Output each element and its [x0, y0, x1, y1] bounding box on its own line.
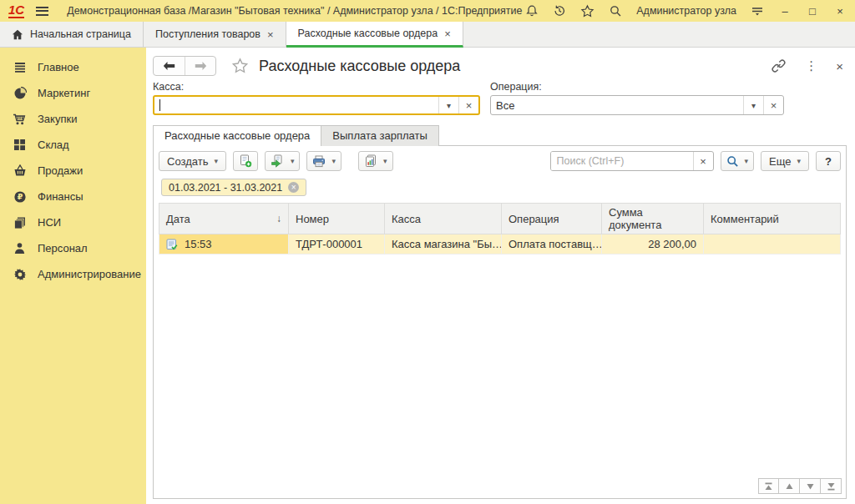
sidebar-item-prodazhi[interactable]: Продажи — [0, 158, 146, 184]
close-window-button[interactable]: × — [833, 6, 847, 17]
chevron-down-icon: ▾ — [331, 157, 336, 165]
sidebar-item-glavnoe[interactable]: Главное — [0, 54, 146, 80]
create-button[interactable]: Создать▾ — [159, 151, 226, 171]
sidebar-item-zakupki[interactable]: Закупки — [0, 106, 146, 132]
column-header-comment[interactable]: Комментарий — [704, 204, 841, 234]
forward-button[interactable] — [185, 57, 215, 75]
clear-operation-icon[interactable]: × — [763, 96, 783, 114]
scroll-down-button[interactable] — [800, 478, 821, 494]
menu-lines-icon — [13, 60, 27, 74]
open-windows-tabbar: Начальная страница Поступления товаров ×… — [0, 22, 855, 48]
cell-kassa[interactable]: Касса магазина "Бы… — [385, 234, 502, 255]
chevron-down-icon: ▾ — [745, 157, 749, 165]
kassa-input[interactable] — [154, 97, 438, 113]
pie-chart-icon — [13, 86, 27, 100]
notifications-bell-icon[interactable] — [525, 4, 539, 18]
column-header-number[interactable]: Номер — [289, 204, 385, 234]
subtab-vyplata-zarplaty[interactable]: Выплата зарплаты — [321, 125, 439, 146]
service-menu-icon[interactable] — [751, 5, 764, 17]
sidebar-item-finansy[interactable]: ₽ Финансы — [0, 184, 146, 209]
cell-amount[interactable]: 28 200,00 — [602, 234, 704, 255]
posted-document-icon — [166, 239, 178, 250]
history-icon[interactable] — [553, 4, 566, 18]
global-search-icon[interactable] — [609, 4, 622, 18]
chevron-down-icon: ▾ — [291, 157, 295, 165]
get-link-icon[interactable] — [771, 58, 787, 73]
scroll-up-button[interactable] — [779, 478, 800, 494]
search-input[interactable] — [551, 152, 693, 170]
column-header-operation[interactable]: Операция — [502, 204, 602, 234]
basket-icon — [13, 164, 27, 178]
close-page-button[interactable]: × — [836, 59, 843, 73]
more-button[interactable]: Еще▾ — [761, 151, 809, 171]
list-toolbar: Создать▾ ▾ ▾ — [159, 151, 841, 171]
tab-postupleniya-tovarov[interactable]: Поступления товаров × — [144, 22, 286, 47]
sidebar-item-personal[interactable]: Персонал — [0, 235, 146, 261]
cell-number[interactable]: ТДРТ-000001 — [289, 234, 385, 255]
svg-text:₽: ₽ — [17, 192, 23, 201]
scroll-last-button[interactable] — [821, 478, 842, 494]
person-icon — [13, 241, 27, 255]
chevron-down-icon: ▾ — [383, 157, 387, 165]
list-subtabs: Расходные кассовые ордера Выплата зарпла… — [153, 125, 847, 145]
sidebar-item-nsi[interactable]: НСИ — [0, 209, 146, 235]
post-document-button[interactable]: ▾ — [265, 151, 301, 171]
chevron-down-icon: ▾ — [797, 157, 802, 165]
chevron-down-icon[interactable]: ▾ — [743, 96, 763, 114]
sidebar-item-sklad[interactable]: Склад — [0, 132, 146, 158]
main-content: Расходные кассовые ордера ⋮ × Касса: ▾ × — [146, 48, 855, 504]
main-menu-icon[interactable] — [36, 7, 48, 16]
kebab-menu-icon[interactable]: ⋮ — [805, 58, 817, 73]
column-header-kassa[interactable]: Касса — [385, 204, 502, 234]
tab-rashodnye-kassovye-ordera[interactable]: Расходные кассовые ордера × — [286, 22, 463, 48]
minimize-button[interactable]: – — [778, 6, 792, 17]
table-row[interactable]: 15:53 ТДРТ-000001 Касса магазина "Бы… Оп… — [159, 234, 841, 255]
advanced-search-button[interactable]: ▾ — [721, 151, 755, 171]
printer-icon — [312, 155, 326, 168]
print-button[interactable]: ▾ — [306, 151, 341, 171]
sidebar-item-marketing[interactable]: Маркетинг — [0, 80, 146, 106]
scroll-first-button[interactable] — [758, 478, 779, 494]
sidebar-item-administrirovanie[interactable]: Администрирование — [0, 261, 146, 287]
page-title: Расходные кассовые ордера — [259, 58, 460, 75]
subtab-rashodnye-kassovye-ordera[interactable]: Расходные кассовые ордера — [153, 125, 321, 146]
home-icon — [12, 29, 23, 40]
tab-home[interactable]: Начальная страница — [0, 22, 144, 47]
gear-icon — [13, 267, 27, 281]
operation-label: Операция: — [490, 81, 784, 93]
chevron-down-icon[interactable]: ▾ — [438, 97, 458, 113]
window-title: Демонстрационная база /Магазин "Бытовая … — [67, 5, 522, 17]
post-document-icon — [271, 154, 285, 168]
kassa-label: Касса: — [153, 81, 480, 93]
title-bar: 1С Демонстрационная база /Магазин "Бытов… — [0, 0, 855, 22]
sections-sidebar: Главное Маркетинг Закупки Склад Продажи … — [0, 48, 146, 504]
help-button[interactable]: ? — [816, 151, 841, 171]
ruble-icon: ₽ — [13, 189, 27, 204]
operation-input[interactable]: Все — [491, 96, 743, 114]
history-nav-group — [153, 56, 216, 76]
cell-operation[interactable]: Оплата поставщ… — [502, 234, 602, 255]
column-header-amount[interactable]: Сумма документа — [602, 204, 704, 234]
clear-search-icon[interactable]: × — [693, 152, 713, 170]
favorites-star-icon[interactable] — [580, 4, 594, 18]
documents-table: Дата↓ Номер Касса Операция Сумма докумен… — [159, 203, 841, 255]
remove-filter-icon[interactable]: × — [288, 182, 299, 193]
period-filter-chip[interactable]: 01.03.2021 - 31.03.2021 × — [161, 179, 306, 196]
document-plus-icon — [239, 154, 252, 168]
create-copy-button[interactable] — [233, 151, 258, 171]
column-header-date[interactable]: Дата↓ — [159, 204, 289, 234]
current-user: Администратор узла — [636, 5, 736, 17]
reports-button[interactable]: ▾ — [358, 151, 393, 171]
add-to-favorites-star-icon[interactable] — [231, 58, 249, 74]
kassa-combo: ▾ × — [153, 95, 480, 115]
search-icon — [726, 155, 739, 168]
close-tab-icon[interactable]: × — [444, 28, 451, 39]
cell-date[interactable]: 15:53 — [159, 234, 289, 255]
operation-combo: Все ▾ × — [490, 95, 784, 115]
close-tab-icon[interactable]: × — [267, 29, 274, 40]
cell-comment[interactable] — [704, 234, 841, 255]
back-button[interactable] — [154, 57, 185, 75]
maximize-button[interactable]: □ — [806, 6, 819, 17]
documents-list-panel: Создать▾ ▾ ▾ — [153, 145, 847, 499]
clear-kassa-icon[interactable]: × — [458, 97, 478, 113]
